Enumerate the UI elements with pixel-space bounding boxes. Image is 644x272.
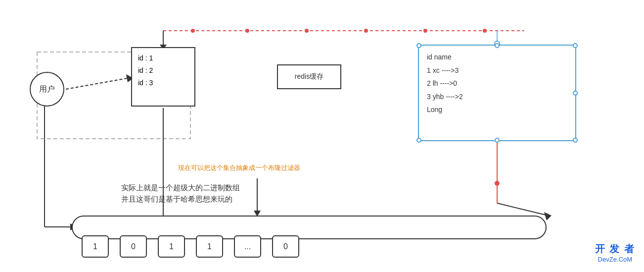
watermark-top: 开 发 者	[595, 242, 635, 256]
svg-marker-20	[544, 212, 552, 220]
right-table-row-4: Long	[427, 103, 567, 116]
user-label: 用户	[39, 84, 55, 95]
binary-array-label-2: 并且这哥们是基于哈希思想来玩的	[121, 195, 232, 204]
svg-line-19	[497, 203, 548, 216]
svg-point-2	[245, 29, 249, 33]
svg-point-6	[483, 29, 487, 33]
svg-point-4	[364, 29, 368, 33]
watermark: 开 发 者 DevZe.CoM	[595, 242, 635, 263]
binary-array-label-1: 实际上就是一个超级大的二进制数组	[121, 183, 240, 193]
svg-point-3	[305, 29, 309, 33]
array-cell-2: 1	[158, 235, 185, 258]
svg-point-5	[423, 29, 427, 33]
right-table-row-3: 3 yhb ---->2	[427, 90, 567, 104]
right-table-row-1: 1 xc ---->3	[427, 64, 567, 77]
svg-point-18	[495, 181, 500, 186]
db-table-box: id : 1 id : 2 id : 3	[131, 47, 195, 107]
handle-top-mid	[495, 43, 500, 48]
db-row-3: id : 3	[138, 77, 188, 89]
db-row-2: id : 2	[138, 64, 188, 77]
redis-cache-box: redis缓存	[277, 64, 341, 89]
handle-bottom-right	[573, 138, 578, 143]
right-table-row-2: 2 lh ---->0	[427, 77, 567, 90]
handle-top-left	[416, 43, 421, 48]
array-cell-1: 0	[120, 235, 147, 258]
handle-bottom-left	[416, 138, 421, 143]
array-cell-4: ...	[234, 235, 261, 258]
redis-label: redis缓存	[295, 72, 323, 81]
handle-top-right	[573, 43, 578, 48]
array-cells-container: 1 0 1 1 ... 0	[82, 235, 299, 258]
array-cell-0: 1	[82, 235, 109, 258]
svg-line-9	[66, 78, 130, 89]
handle-mid-right	[573, 91, 578, 96]
handle-bottom-mid	[495, 138, 500, 143]
db-row-1: id : 1	[138, 52, 188, 64]
array-cell-3: 1	[196, 235, 223, 258]
watermark-bottom: DevZe.CoM	[595, 256, 635, 263]
svg-point-1	[191, 29, 195, 33]
user-node: 用户	[30, 72, 64, 107]
array-cell-5: 0	[272, 235, 299, 258]
right-data-table: id name 1 xc ---->3 2 lh ---->0 3 yhb --…	[418, 45, 576, 141]
main-canvas: 用户 id : 1 id : 2 id : 3 redis缓存 id name …	[0, 0, 644, 272]
right-table-header: id name	[427, 51, 567, 64]
bloom-filter-label: 现在可以把这个集合抽象成一个布隆过滤器	[178, 163, 300, 172]
